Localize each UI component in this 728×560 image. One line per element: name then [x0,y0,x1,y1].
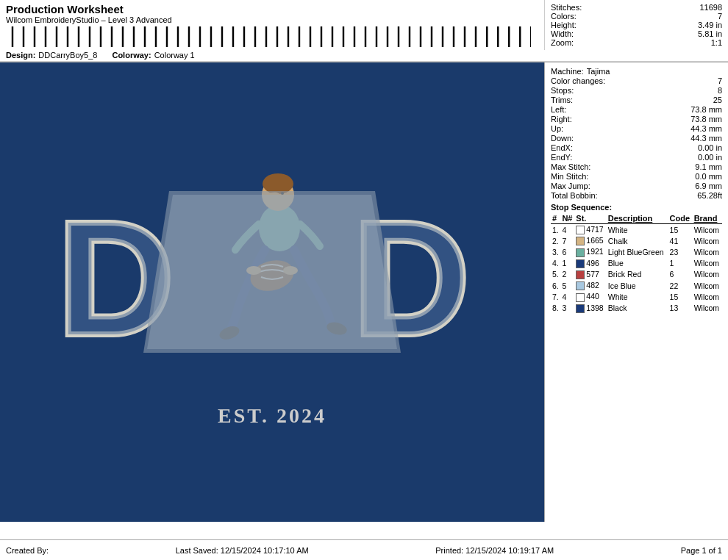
row-n: 6 [560,246,574,257]
machine-label: Machine: [551,67,584,76]
row-n: 2 [560,269,574,280]
col-st: St. [574,213,606,224]
colors-label: Colors: [551,12,577,21]
last-saved-value: 12/15/2024 10:17:10 AM [221,546,309,555]
row-num: 2. [551,235,560,246]
design-preview: D D D D [0,62,544,522]
stop-sequence-table: # N# St. Description Code Brand 1. 4 471… [551,213,722,314]
svg-text:EST. 2024: EST. 2024 [218,404,326,427]
endy-value: 0.00 in [698,153,722,162]
row-brand: Wilcom [693,280,722,291]
row-description: Brick Red [607,269,668,280]
row-num: 7. [551,291,560,302]
colorway-value: Colorway 1 [154,51,195,60]
total-bobbin-label: Total Bobbin: [551,191,598,200]
stitches-label: Stitches: [551,3,582,12]
row-stitch: 440 [574,291,606,302]
row-num: 4. [551,258,560,269]
total-bobbin-value: 65.28ft [697,191,722,200]
width-value: 5.81 in [698,29,722,38]
colors-value: 7 [718,12,722,21]
left-label: Left: [551,105,566,114]
min-stitch-value: 0.0 mm [695,172,722,181]
left-value: 73.8 mm [690,105,722,114]
app-subtitle: Wilcom EmbroideryStudio – Level 3 Advanc… [6,15,531,24]
row-description: White [607,224,668,236]
trims-label: Trims: [551,96,573,104]
row-brand: Wilcom [693,246,722,257]
row-brand: Wilcom [693,235,722,246]
row-num: 8. [551,303,560,314]
info-panel: Machine: Tajima Color changes: 7 Stops: … [544,62,728,522]
row-stitch: 482 [574,280,606,291]
right-label: Right: [551,115,572,123]
zoom-label: Zoom: [551,38,574,47]
height-value: 3.49 in [698,21,722,29]
endx-value: 0.00 in [698,143,722,152]
last-saved-label: Last Saved: [176,546,218,555]
stitches-value: 11698 [699,3,722,12]
color-changes-value: 7 [718,76,722,85]
col-num: # [551,213,560,224]
row-code: 15 [668,291,693,302]
row-n: 5 [560,280,574,291]
design-label: Design: [6,51,35,60]
row-n: 7 [560,235,574,246]
last-saved: Last Saved: 12/15/2024 10:17:10 AM [176,546,309,555]
min-stitch-label: Min Stitch: [551,172,588,181]
row-stitch: 496 [574,258,606,269]
svg-marker-16 [147,195,397,349]
barcode: ||||||||||||||||||||||||||||||||||||||||… [6,26,531,49]
row-description: Blue [607,258,668,269]
row-num: 6. [551,280,560,291]
endx-label: EndX: [551,143,573,152]
row-description: White [607,291,668,302]
row-n: 4 [560,224,574,236]
row-brand: Wilcom [693,258,722,269]
footer: Created By: Last Saved: 12/15/2024 10:17… [0,539,728,560]
max-jump-value: 6.9 mm [695,182,722,190]
page-title: Production Worksheet [6,3,531,15]
row-stitch: 4717 [574,224,606,236]
row-brand: Wilcom [693,224,722,236]
stop-sequence-title: Stop Sequence: [551,203,722,212]
row-code: 6 [668,269,693,280]
design-svg: D D D D [0,62,544,522]
col-brand: Brand [693,213,722,224]
top-stats-panel: Stitches: 11698 Colors: 7 Height: 3.49 i… [544,0,728,50]
row-stitch: 1921 [574,246,606,257]
max-jump-label: Max Jump: [551,182,590,190]
row-num: 5. [551,269,560,280]
row-n: 4 [560,291,574,302]
row-num: 1. [551,224,560,236]
color-changes-label: Color changes: [551,76,605,85]
row-num: 3. [551,246,560,257]
col-code: Code [668,213,693,224]
printed-label: Printed: [435,546,463,555]
created-by: Created By: [6,546,49,555]
printed: Printed: 12/15/2024 10:19:17 AM [435,546,554,555]
col-description: Description [607,213,668,224]
down-label: Down: [551,134,574,143]
stops-label: Stops: [551,86,574,95]
row-code: 13 [668,303,693,314]
down-value: 44.3 mm [690,134,722,143]
row-description: Chalk [607,235,668,246]
row-n: 1 [560,258,574,269]
row-description: Black [607,303,668,314]
up-label: Up: [551,124,563,133]
right-value: 73.8 mm [690,115,722,123]
row-brand: Wilcom [693,303,722,314]
colorway-label: Colorway: [112,51,151,60]
design-value: DDCarryBoy5_8 [38,51,97,60]
row-description: Light BlueGreen [607,246,668,257]
row-n: 3 [560,303,574,314]
row-stitch: 1398 [574,303,606,314]
row-brand: Wilcom [693,269,722,280]
row-brand: Wilcom [693,291,722,302]
row-code: 41 [668,235,693,246]
zoom-value: 1:1 [711,38,722,47]
svg-point-6 [263,173,293,194]
row-description: Ice Blue [607,280,668,291]
row-stitch: 1665 [574,235,606,246]
